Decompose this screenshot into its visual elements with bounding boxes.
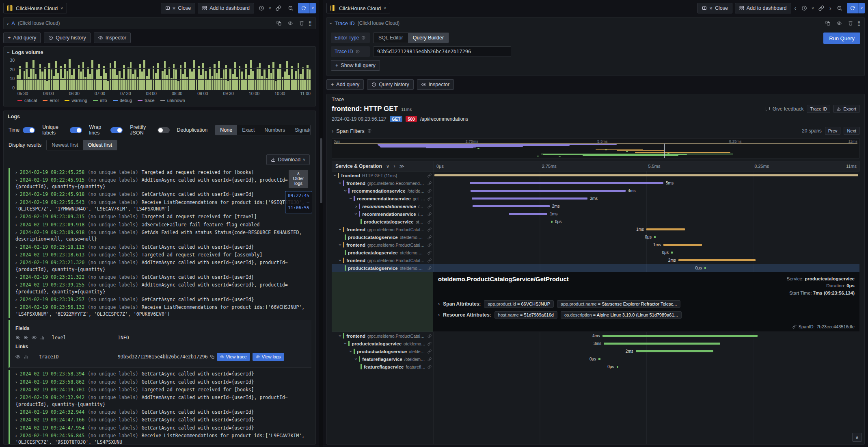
span-timeline-cell[interactable]: 3ms	[433, 195, 859, 202]
span-duration-bar[interactable]	[434, 174, 858, 176]
span-link-icon[interactable]	[428, 348, 432, 355]
dedup-option-exact[interactable]: Exact	[237, 125, 259, 135]
run-query-button[interactable]: Run Query	[823, 33, 860, 44]
log-row[interactable]: ›2024-02-19 09:23:21.322(no unique label…	[9, 273, 311, 281]
toggle-prettify-json[interactable]: Prettify JSON	[130, 124, 169, 136]
disable-query-button[interactable]	[834, 18, 844, 28]
span-link-icon[interactable]	[428, 203, 432, 210]
span-duration-bar[interactable]	[473, 205, 550, 207]
expand-log-icon[interactable]: ›	[15, 417, 17, 423]
span-name-cell[interactable]: ›frontendgrpc.oteldemo.ProductCatalogSer…	[332, 241, 433, 249]
minimap-cursor[interactable]	[664, 143, 665, 158]
span-name-cell[interactable]: ›recommendationservice/otelde...	[332, 203, 433, 210]
span-row[interactable]: ›productcatalogserviceoteldemo.Produc3ms	[332, 340, 859, 347]
scrollbar-thumb[interactable]	[320, 138, 322, 203]
span-timeline-cell[interactable]: 1ms	[433, 226, 859, 233]
log-row[interactable]: ›2024-02-19 09:23:18.613(no unique label…	[9, 251, 311, 259]
refresh-icon[interactable]	[847, 3, 858, 13]
span-row[interactable]: productcatalogserviceoteldemo.Produc0μs	[332, 264, 859, 272]
span-row[interactable]: ›frontendgrpc.oteldemo.ProductCatalogSer…	[332, 241, 859, 249]
log-row[interactable]: ›2024-02-19 09:24:32.944(no unique label…	[9, 408, 311, 416]
span-name-cell[interactable]: ›productcatalogserviceoteldemo.Fea...	[332, 348, 433, 355]
link-button-left[interactable]	[274, 3, 283, 13]
datasource-picker-left[interactable]: ClickHouse Cloud ˅	[3, 3, 67, 13]
span-link-icon[interactable]	[428, 249, 432, 256]
span-name-cell[interactable]: productcatalogserviceoteldemo.Produc	[332, 265, 433, 272]
span-duration-bar[interactable]	[604, 343, 720, 345]
collapse-one-icon[interactable]: ∨	[386, 163, 390, 169]
span-timeline-cell[interactable]: 4ms	[433, 187, 859, 195]
log-row[interactable]: ›2024-02-19 09:23:58.394(no unique label…	[9, 370, 311, 378]
query-history-button-right[interactable]: Query history	[367, 79, 413, 90]
expand-one-icon[interactable]: ›	[394, 163, 395, 169]
next-span-button[interactable]: Next	[844, 127, 859, 135]
span-row[interactable]: ›featureflagservice/oteldemo.Feat...0μs	[332, 355, 859, 363]
span-row[interactable]: ›recommendationservice/oteldemo.Reco...4…	[332, 187, 859, 195]
span-row[interactable]: ›productcatalogserviceoteldemo.Fea...2ms	[332, 347, 859, 355]
log-row[interactable]: ›2024-02-19 09:22:45.258(no unique label…	[9, 168, 311, 176]
chevron-right-icon[interactable]: ›	[332, 128, 333, 134]
log-row[interactable]: ›2024-02-19 09:24:19.703(no unique label…	[9, 386, 311, 394]
span-timeline-cell[interactable]: 0μs	[433, 233, 859, 241]
expand-log-icon[interactable]: ›	[15, 371, 17, 377]
span-name-cell[interactable]: ›frontendgrpc.oteldemo.ProductCatalogSer…	[332, 332, 433, 340]
expand-span-icon[interactable]: ›	[355, 204, 357, 209]
span-duration-bar[interactable]	[671, 252, 673, 254]
filter-out-value-icon[interactable]	[24, 335, 28, 340]
toggle-switch[interactable]	[158, 127, 170, 133]
span-duration-bar[interactable]	[678, 259, 756, 261]
log-row[interactable]: ›2024-02-19 09:23:21.320(no unique label…	[9, 259, 311, 273]
toggle-unique-labels[interactable]: Unique labels	[42, 124, 82, 136]
run-interval-caret[interactable]: ˅	[858, 3, 865, 13]
span-duration-bar[interactable]	[509, 213, 548, 215]
span-timeline-cell[interactable]: 2ms	[433, 256, 859, 264]
run-query-split-button-right[interactable]: ˅	[847, 3, 865, 13]
span-duration-bar[interactable]	[646, 228, 685, 230]
expand-log-icon[interactable]: ›	[15, 229, 17, 236]
span-duration-bar[interactable]	[470, 182, 663, 184]
span-name-cell[interactable]: productcatalogserviceoteldemo.Produc...	[332, 234, 433, 241]
span-filters-label[interactable]: Span Filters	[336, 128, 364, 134]
time-sync-button-left[interactable]	[257, 3, 266, 13]
expand-log-icon[interactable]: ›	[15, 191, 17, 197]
span-link-icon[interactable]	[428, 332, 432, 340]
log-row[interactable]: ›2024-02-19 09:22:45.918(no unique label…	[9, 191, 311, 198]
span-timeline-cell[interactable]: 3ms	[433, 340, 859, 347]
query-row-header[interactable]: › A (ClickHouse Cloud) ⣿	[4, 17, 315, 29]
legend-item-warning[interactable]: warning	[65, 98, 87, 103]
log-row[interactable]: ›2024-02-19 09:24:56.845(no unique label…	[9, 432, 311, 444]
log-row[interactable]: ›2024-02-19 09:24:32.942(no unique label…	[9, 394, 311, 408]
expand-log-icon[interactable]: ›	[15, 379, 17, 385]
disable-query-button[interactable]	[285, 18, 295, 28]
span-duration-bar[interactable]	[654, 236, 656, 238]
log-row[interactable]: ›2024-02-19 09:23:39.257(no unique label…	[9, 296, 311, 304]
legend-item-error[interactable]: error	[43, 98, 59, 103]
span-name-cell[interactable]: ›recommendationserviceget_produc...	[332, 195, 433, 202]
span-row[interactable]: ›recommendationserviceget_produc...3ms	[332, 195, 859, 202]
run-interval-caret[interactable]: ˅	[309, 3, 316, 13]
expand-log-icon[interactable]: ›	[15, 199, 17, 206]
span-timeline-cell[interactable]: 2ms	[433, 347, 859, 355]
expand-log-icon[interactable]: ›	[15, 252, 17, 258]
span-timeline-cell[interactable]: 0μs	[433, 218, 859, 226]
zoom-out-button-right[interactable]	[835, 3, 844, 13]
collapse-span-icon[interactable]: ›	[348, 350, 354, 352]
zoom-out-button-left[interactable]	[286, 3, 296, 13]
toggle-time[interactable]: Time	[9, 124, 35, 136]
trace-minimap[interactable]: 0μs2.75ms5.5ms8.25ms11ms	[332, 138, 859, 158]
span-row[interactable]: ›frontendgrpc.oteldemo.ProductCatalogSer…	[332, 256, 859, 264]
span-link-icon[interactable]	[428, 180, 432, 187]
span-link-icon[interactable]	[428, 257, 432, 264]
dedup-option-signature[interactable]: Signature	[290, 125, 311, 135]
legend-item-debug[interactable]: debug	[113, 98, 132, 103]
drag-handle-icon[interactable]: ⣿	[857, 20, 861, 26]
span-duration-bar[interactable]	[704, 267, 706, 269]
expand-log-icon[interactable]: ›	[15, 432, 17, 439]
add-to-dashboard-button-right[interactable]: Add to dashboard	[735, 3, 791, 13]
span-row[interactable]: ›frontendgrpc.oteldemo.RecommendationSer…	[332, 179, 859, 187]
delete-query-button[interactable]	[297, 18, 307, 28]
expand-log-icon[interactable]: ›	[15, 409, 17, 415]
export-button[interactable]: Export	[833, 105, 859, 113]
view-logs-button[interactable]: View logs	[253, 353, 284, 361]
span-duration-bar[interactable]	[617, 366, 618, 368]
